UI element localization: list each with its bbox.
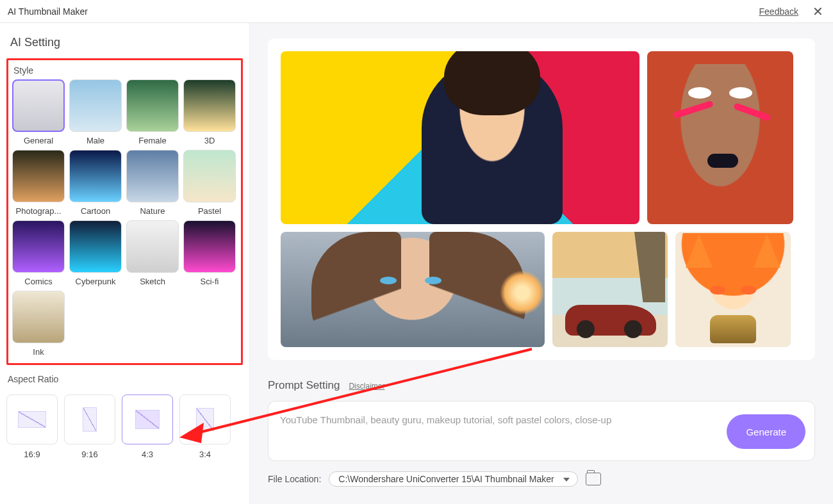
style-label: Female	[126, 136, 179, 145]
aspect-inner	[135, 410, 160, 429]
prompt-section: Prompt Setting Disclaimer Generate	[268, 360, 815, 461]
style-label: 3D	[183, 136, 236, 145]
style-option-nature[interactable]: Nature	[126, 150, 179, 216]
prompt-input[interactable]	[280, 411, 803, 425]
window-title: AI Thumbnail Maker	[8, 6, 88, 17]
style-option-female[interactable]: Female	[126, 79, 179, 145]
aspect-label: 16:9	[24, 450, 40, 459]
style-thumb	[183, 220, 236, 273]
style-option-photograp-[interactable]: Photograp...	[12, 150, 65, 216]
aspect-inner	[83, 407, 97, 432]
style-label: Cyberpunk	[69, 277, 122, 286]
style-option-pastel[interactable]: Pastel	[183, 150, 236, 216]
aspect-box	[179, 394, 231, 444]
title-bar: AI Thumbnail Maker Feedback ✕	[0, 0, 833, 23]
prompt-box: Generate	[268, 401, 815, 461]
feedback-link[interactable]: Feedback	[759, 6, 798, 17]
style-label: Style	[12, 64, 237, 79]
sidebar: AI Setting Style GeneralMaleFemale3DPhot…	[0, 23, 250, 504]
aspect-option-16-9[interactable]: 16:9	[6, 394, 58, 459]
style-label: Photograp...	[12, 206, 65, 216]
style-label: Comics	[12, 277, 65, 286]
style-option-male[interactable]: Male	[69, 79, 122, 145]
file-location-path: C:\Wondershare UniConverter 15\AI Thumbn…	[338, 474, 554, 484]
style-option-cyberpunk[interactable]: Cyberpunk	[69, 220, 122, 286]
sample-thumbnail[interactable]	[281, 232, 545, 347]
style-thumb	[69, 150, 122, 202]
style-thumb	[183, 79, 236, 132]
sample-gallery	[268, 38, 815, 360]
style-option-ink[interactable]: Ink	[12, 291, 65, 357]
style-thumb	[69, 220, 122, 273]
sample-thumbnail[interactable]	[675, 232, 791, 347]
aspect-option-3-4[interactable]: 3:4	[179, 394, 231, 459]
aspect-label: 4:3	[142, 450, 153, 459]
style-thumb	[183, 150, 236, 202]
style-option-cartoon[interactable]: Cartoon	[69, 150, 122, 216]
aspect-inner	[18, 411, 46, 428]
aspect-inner	[196, 408, 214, 431]
style-option-comics[interactable]: Comics	[12, 220, 65, 286]
style-thumb	[126, 150, 179, 202]
aspect-box	[122, 394, 173, 444]
sample-thumbnail[interactable]	[552, 232, 668, 347]
generate-button[interactable]: Generate	[727, 414, 805, 449]
aspect-option-4-3[interactable]: 4:3	[122, 394, 173, 459]
style-label: Cartoon	[69, 206, 122, 216]
style-label: Sci-fi	[183, 277, 236, 286]
aspect-section: Aspect Ratio 16:99:164:33:4	[6, 365, 243, 459]
aspect-label: 9:16	[81, 450, 97, 459]
style-label: Nature	[126, 206, 179, 216]
file-location-select[interactable]: C:\Wondershare UniConverter 15\AI Thumbn…	[329, 471, 577, 487]
style-thumb	[126, 220, 179, 273]
file-location-row: File Location: C:\Wondershare UniConvert…	[268, 461, 815, 491]
sample-thumbnail[interactable]	[647, 51, 793, 224]
style-option-sketch[interactable]: Sketch	[126, 220, 179, 286]
style-label: Sketch	[126, 277, 179, 286]
aspect-box	[6, 394, 58, 444]
content-area: Prompt Setting Disclaimer Generate File …	[250, 23, 833, 504]
folder-icon[interactable]	[586, 473, 601, 485]
aspect-option-9-16[interactable]: 9:16	[64, 394, 115, 459]
aspect-box	[64, 394, 115, 444]
style-section: Style GeneralMaleFemale3DPhotograp...Car…	[6, 58, 243, 365]
style-option-3d[interactable]: 3D	[183, 79, 236, 145]
close-icon[interactable]: ✕	[810, 4, 825, 19]
sample-thumbnail[interactable]	[281, 51, 639, 224]
prompt-title: Prompt Setting	[268, 379, 340, 392]
style-option-general[interactable]: General	[12, 79, 65, 145]
aspect-ratio-label: Aspect Ratio	[6, 373, 243, 388]
style-label: General	[12, 136, 65, 145]
disclaimer-link[interactable]: Disclaimer	[349, 382, 384, 391]
style-thumb	[12, 291, 65, 343]
aspect-label: 3:4	[199, 450, 211, 459]
style-label: Ink	[12, 347, 65, 357]
style-option-sci-fi[interactable]: Sci-fi	[183, 220, 236, 286]
style-thumb	[69, 79, 122, 132]
file-location-label: File Location:	[268, 474, 321, 484]
style-thumb	[12, 220, 65, 273]
style-thumb	[12, 79, 65, 132]
style-label: Male	[69, 136, 122, 145]
style-thumb	[12, 150, 65, 202]
style-thumb	[126, 79, 179, 132]
ai-setting-heading: AI Setting	[6, 32, 243, 58]
style-label: Pastel	[183, 206, 236, 216]
